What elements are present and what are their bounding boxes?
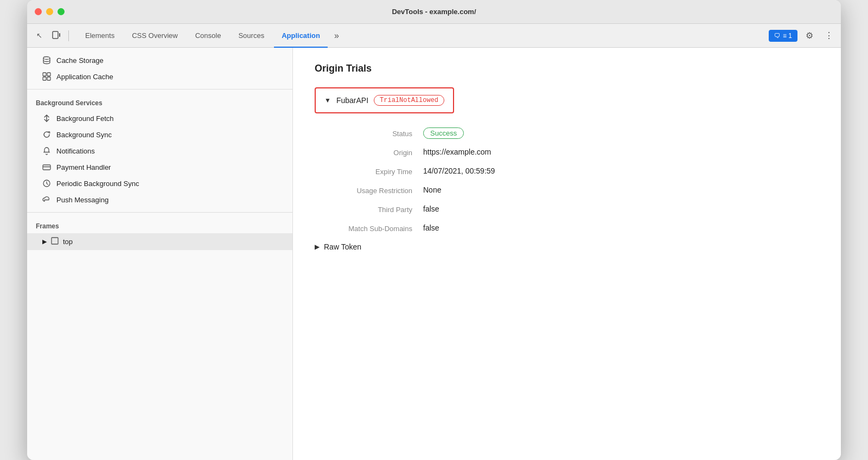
trial-expand-arrow: ▼ [324,97,331,104]
tab-sources[interactable]: Sources [231,24,272,48]
detail-table: Status Success Origin https://example.co… [315,129,819,233]
svg-rect-1 [59,33,60,37]
sidebar-item-push-messaging[interactable]: Push Messaging [27,191,292,208]
more-tabs-button[interactable]: » [330,31,343,41]
card-icon [42,163,51,171]
svg-rect-4 [47,73,50,76]
detail-label-origin: Origin [315,148,423,157]
sidebar-item-periodic-background-sync[interactable]: Periodic Background Sync [27,175,292,191]
detail-label-status: Status [315,129,423,138]
frame-box-icon [51,237,59,246]
sidebar-item-cache-storage[interactable]: Cache Storage [27,52,292,68]
arrows-icon [42,114,51,123]
sidebar-divider-2 [27,212,292,213]
raw-token-arrow: ▶ [315,243,320,251]
detail-row-expiry: Expiry Time 14/07/2021, 00:59:59 [315,167,819,176]
toolbar-divider [68,30,69,41]
settings-button[interactable]: ⚙ [802,28,817,43]
detail-row-usage: Usage Restriction None [315,186,819,195]
svg-rect-3 [43,73,46,76]
background-fetch-label: Background Fetch [56,114,114,123]
svg-rect-7 [43,165,50,170]
detail-label-usage: Usage Restriction [315,186,423,195]
notifications-icon: 🗨 [774,32,781,40]
notifications-sidebar-label: Notifications [56,147,95,155]
trial-badge: TrialNotAllowed [374,95,444,106]
sidebar-item-frames-top[interactable]: ▶ top [27,233,292,250]
svg-rect-6 [47,77,50,80]
detail-value-subdomains: false [423,223,439,232]
detail-value-origin: https://example.com [423,148,491,156]
cache-storage-label: Cache Storage [56,56,104,65]
detail-value-status: Success [423,129,464,137]
tab-console[interactable]: Console [188,24,229,48]
database-icon [42,56,51,65]
svg-rect-0 [53,31,58,39]
tab-elements[interactable]: Elements [78,24,122,48]
tab-bar: ↖ Elements CSS Overview Console Sources [27,24,841,48]
payment-handler-label: Payment Handler [56,163,111,171]
raw-token-row[interactable]: ▶ Raw Token [315,242,819,251]
more-icon: ⋮ [825,30,833,41]
sidebar-item-background-fetch[interactable]: Background Fetch [27,110,292,126]
sidebar-item-background-sync[interactable]: Background Sync [27,126,292,143]
traffic-lights [35,8,65,15]
background-sync-label: Background Sync [56,131,112,139]
frames-header: Frames [27,217,292,233]
trial-name: FubarAPI [336,96,368,105]
main-layout: Cache Storage Application Cache Backgrou… [27,48,841,460]
toolbar-right: 🗨 ≡ 1 ⚙ ⋮ [769,28,837,43]
bell-icon [42,146,51,155]
device-icon [52,30,61,41]
detail-row-third-party: Third Party false [315,205,819,214]
maximize-button[interactable] [58,8,65,15]
background-services-header: Background Services [27,94,292,110]
detail-row-subdomains: Match Sub-Domains false [315,223,819,233]
toolbar-left: ↖ [31,28,71,43]
frame-arrow-icon: ▶ [42,238,47,245]
devtools-window: DevTools - example.com/ ↖ Elements CSS O… [27,0,841,460]
detail-label-subdomains: Match Sub-Domains [315,223,423,233]
tab-application[interactable]: Application [274,24,328,48]
sync-icon [42,130,51,139]
detail-value-expiry: 14/07/2021, 00:59:59 [423,167,495,175]
detail-label-third-party: Third Party [315,205,423,214]
detail-row-status: Status Success [315,129,819,138]
status-badge: Success [423,127,464,139]
sidebar-item-payment-handler[interactable]: Payment Handler [27,159,292,175]
close-button[interactable] [35,8,42,15]
title-bar: DevTools - example.com/ [27,0,841,24]
svg-rect-5 [43,77,46,80]
clock-icon [42,179,51,188]
push-messaging-label: Push Messaging [56,196,108,204]
sidebar: Cache Storage Application Cache Backgrou… [27,48,293,460]
sidebar-item-notifications[interactable]: Notifications [27,143,292,159]
window-title: DevTools - example.com/ [392,8,476,16]
grid-icon [42,72,51,81]
detail-label-expiry: Expiry Time [315,167,423,176]
application-cache-label: Application Cache [56,73,113,81]
detail-value-usage: None [423,186,441,194]
sidebar-item-application-cache[interactable]: Application Cache [27,68,292,85]
raw-token-label: Raw Token [324,242,361,251]
trial-entry[interactable]: ▼ FubarAPI TrialNotAllowed [315,87,454,113]
cloud-icon [42,195,51,204]
sidebar-divider-1 [27,89,292,90]
detail-row-origin: Origin https://example.com [315,148,819,157]
detail-value-third-party: false [423,205,439,213]
device-tool-button[interactable] [49,28,64,43]
content-area: Origin Trials ▼ FubarAPI TrialNotAllowed… [293,48,841,460]
svg-rect-10 [52,238,58,244]
more-options-button[interactable]: ⋮ [821,28,837,43]
gear-icon: ⚙ [806,30,813,41]
notifications-button[interactable]: 🗨 ≡ 1 [769,30,797,42]
tab-css-overview[interactable]: CSS Overview [124,24,186,48]
minimize-button[interactable] [46,8,53,15]
svg-point-2 [43,57,50,60]
periodic-background-sync-label: Periodic Background Sync [56,180,139,188]
frames-top-label: top [63,238,73,246]
cursor-tool-button[interactable]: ↖ [31,28,47,43]
cursor-icon: ↖ [36,31,42,40]
page-title: Origin Trials [315,63,819,74]
